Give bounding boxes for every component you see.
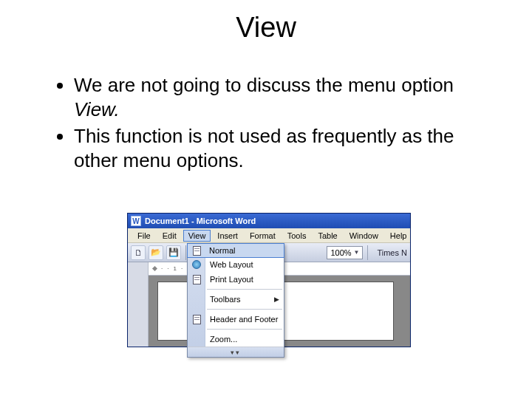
bullet1-italic: View. xyxy=(74,98,120,120)
submenu-arrow-icon: ▶ xyxy=(274,296,279,303)
view-print-item[interactable]: Print Layout xyxy=(188,272,284,287)
zoom-box[interactable]: 100% ▼ xyxy=(327,246,363,259)
view-header-label: Header and Footer xyxy=(210,315,278,324)
view-toolbars-item[interactable]: Toolbars ▶ xyxy=(188,292,284,307)
view-print-label: Print Layout xyxy=(210,275,253,284)
view-dropdown: Normal Web Layout Print Layout Toolbars … xyxy=(187,243,284,358)
menu-help[interactable]: Help xyxy=(385,230,412,242)
zoom-value: 100% xyxy=(330,248,351,257)
web-layout-icon xyxy=(191,259,202,270)
view-zoom-label: Zoom... xyxy=(210,335,237,344)
bullet-list: We are not going to discuss the menu opt… xyxy=(44,73,488,172)
word-title-text: Document1 - Microsoft Word xyxy=(145,216,256,225)
bullet1-text: We are not going to discuss the menu opt… xyxy=(74,74,454,96)
word-titlebar: W Document1 - Microsoft Word xyxy=(128,214,410,228)
toolbar-sep2 xyxy=(367,245,368,260)
menu-tools[interactable]: Tools xyxy=(282,230,312,242)
font-name-label: Times N xyxy=(377,248,407,257)
dropdown-sep3 xyxy=(207,329,282,330)
menu-table[interactable]: Table xyxy=(313,230,342,242)
normal-view-icon xyxy=(191,245,202,256)
menu-file[interactable]: File xyxy=(132,230,156,242)
view-web-label: Web Layout xyxy=(210,260,253,269)
chevron-down-icon: ▼ xyxy=(354,249,360,256)
save-button[interactable]: 💾 xyxy=(166,245,181,260)
open-button[interactable]: 📂 xyxy=(149,245,163,260)
word-app-icon: W xyxy=(131,216,141,226)
view-normal-item[interactable]: Normal xyxy=(187,243,284,258)
dropdown-sep2 xyxy=(207,309,282,310)
view-normal-label: Normal xyxy=(209,246,235,255)
view-zoom-item[interactable]: Zoom... xyxy=(188,332,284,347)
menu-format[interactable]: Format xyxy=(245,230,281,242)
expand-menu-chevrons[interactable]: ▾▾ xyxy=(188,347,284,357)
view-header-item[interactable]: Header and Footer xyxy=(188,312,284,327)
menu-view[interactable]: View xyxy=(183,230,211,242)
word-menubar: File Edit View Insert Format Tools Table… xyxy=(128,228,410,243)
menu-window[interactable]: Window xyxy=(344,230,383,242)
menu-edit[interactable]: Edit xyxy=(157,230,182,242)
toolbar-sep xyxy=(185,245,186,260)
print-layout-icon xyxy=(191,274,202,284)
view-toolbars-label: Toolbars xyxy=(210,295,241,304)
header-footer-icon xyxy=(191,314,202,324)
slide-title: View xyxy=(0,0,532,44)
word-screenshot: W Document1 - Microsoft Word File Edit V… xyxy=(127,213,411,347)
new-doc-button[interactable]: 🗋 xyxy=(131,245,146,260)
bullet-1: We are not going to discuss the menu opt… xyxy=(74,73,488,121)
bullet-2: This function is not used as frequently … xyxy=(74,124,488,172)
view-web-item[interactable]: Web Layout xyxy=(188,257,284,272)
menu-insert[interactable]: Insert xyxy=(212,230,243,242)
left-gutter xyxy=(128,262,149,347)
dropdown-sep1 xyxy=(207,289,282,290)
